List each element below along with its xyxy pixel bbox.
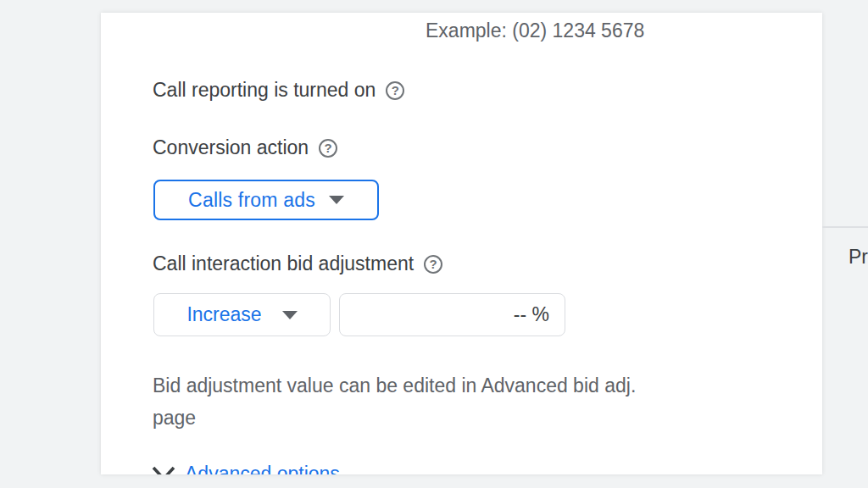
phone-example-hint: Example: (02) 1234 5678 xyxy=(426,19,644,42)
right-rail-partial-heading: Pr xyxy=(849,246,868,269)
call-reporting-label: Call reporting is turned on xyxy=(153,79,376,102)
call-asset-settings-panel: Example: (02) 1234 5678 Call reporting i… xyxy=(101,13,822,474)
bid-adjustment-row: Call interaction bid adjustment ? xyxy=(153,252,442,275)
bid-adjustment-note-line1: Bid adjustment value can be edited in Ad… xyxy=(153,369,636,402)
arrow-drop-down-icon xyxy=(329,196,344,204)
bid-adjustment-note-line2: page xyxy=(153,402,636,434)
bid-adjustment-value-input[interactable] xyxy=(339,293,565,336)
help-icon[interactable]: ? xyxy=(424,255,442,274)
call-reporting-row: Call reporting is turned on ? xyxy=(153,79,404,102)
conversion-action-label: Conversion action xyxy=(153,136,309,159)
advanced-options-label: Advanced options xyxy=(185,463,340,474)
advanced-options-link[interactable]: Advanced options xyxy=(150,463,340,474)
arrow-drop-down-icon xyxy=(282,311,298,319)
conversion-action-dropdown[interactable]: Calls from ads xyxy=(153,180,379,220)
bid-adjustment-label: Call interaction bid adjustment xyxy=(153,252,414,275)
bid-direction-dropdown-value: Increase xyxy=(186,303,261,326)
help-icon[interactable]: ? xyxy=(386,81,404,100)
conversion-action-row: Conversion action ? xyxy=(153,136,337,159)
conversion-action-dropdown-value: Calls from ads xyxy=(188,189,315,212)
bid-adjustment-note: Bid adjustment value can be edited in Ad… xyxy=(153,369,636,434)
help-icon[interactable]: ? xyxy=(319,139,337,158)
bid-direction-dropdown[interactable]: Increase xyxy=(153,293,331,336)
right-rail-divider xyxy=(822,226,868,228)
expand-more-icon xyxy=(150,465,177,475)
